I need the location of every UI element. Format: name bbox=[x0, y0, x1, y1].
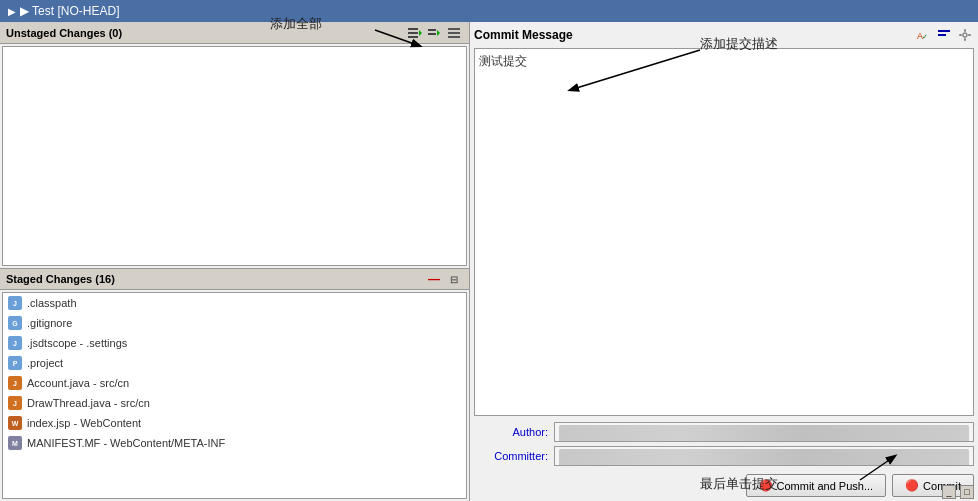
file-icon: J bbox=[7, 375, 23, 391]
bottom-buttons: 🔴 Commit and Push... 🔴 Commit bbox=[474, 474, 974, 497]
file-name: MANIFEST.MF - WebContent/META-INF bbox=[27, 437, 225, 449]
commit-msg-label: Commit Message bbox=[474, 28, 573, 42]
svg-point-14 bbox=[963, 33, 967, 37]
menu-button[interactable] bbox=[445, 24, 463, 42]
svg-rect-17 bbox=[959, 34, 962, 36]
main-layout: Unstaged Changes (0) bbox=[0, 22, 978, 501]
commit-push-label: Commit and Push... bbox=[777, 480, 874, 492]
svg-marker-6 bbox=[437, 30, 440, 36]
add-selected-button[interactable] bbox=[425, 24, 443, 42]
unstaged-area bbox=[2, 46, 467, 266]
list-item[interactable]: J .jsdtscope - .settings bbox=[3, 333, 466, 353]
title-text: ▶ Test [NO-HEAD] bbox=[20, 4, 119, 18]
list-item[interactable]: J Account.java - src/cn bbox=[3, 373, 466, 393]
author-label: Author: bbox=[474, 426, 554, 438]
author-value[interactable] bbox=[554, 422, 974, 442]
window-chrome: _ □ bbox=[942, 485, 974, 499]
svg-rect-16 bbox=[964, 38, 966, 41]
file-name: .jsdtscope - .settings bbox=[27, 337, 127, 349]
file-icon: P bbox=[7, 355, 23, 371]
commit-and-push-button[interactable]: 🔴 Commit and Push... bbox=[746, 474, 887, 497]
staged-section: Staged Changes (16) — ⊟ J .classpath bbox=[0, 268, 469, 501]
svg-rect-18 bbox=[968, 34, 971, 36]
title-bar: ▶ ▶ Test [NO-HEAD] bbox=[0, 0, 978, 22]
left-panel: Unstaged Changes (0) bbox=[0, 22, 470, 501]
svg-rect-12 bbox=[938, 30, 950, 32]
file-name: .gitignore bbox=[27, 317, 72, 329]
commit-push-icon: 🔴 bbox=[759, 479, 773, 492]
commit-message-input[interactable]: 测试提交 bbox=[474, 48, 974, 416]
add-all-button[interactable] bbox=[405, 24, 423, 42]
file-name: DrawThread.java - src/cn bbox=[27, 397, 150, 409]
committer-blurred bbox=[559, 449, 969, 466]
svg-rect-13 bbox=[938, 34, 946, 36]
file-icon: W bbox=[7, 415, 23, 431]
list-item[interactable]: J .classpath bbox=[3, 293, 466, 313]
collapse-staged-button[interactable]: ⊟ bbox=[445, 270, 463, 288]
commit-icon: 🔴 bbox=[905, 479, 919, 492]
file-icon: J bbox=[7, 335, 23, 351]
commit-msg-icons: A ✓ bbox=[914, 26, 974, 44]
right-panel: Commit Message A ✓ bbox=[470, 22, 978, 501]
list-item[interactable]: J DrawThread.java - src/cn bbox=[3, 393, 466, 413]
list-item[interactable]: M MANIFEST.MF - WebContent/META-INF bbox=[3, 433, 466, 453]
commit-msg-header: Commit Message A ✓ bbox=[474, 26, 974, 44]
svg-text:✓: ✓ bbox=[922, 33, 928, 40]
staged-icons: — ⊟ bbox=[425, 270, 463, 288]
file-icon: J bbox=[7, 295, 23, 311]
author-row: Author: bbox=[474, 422, 974, 442]
svg-rect-1 bbox=[408, 32, 418, 34]
svg-rect-9 bbox=[448, 36, 460, 38]
file-icon: G bbox=[7, 315, 23, 331]
back-arrow-icon: ▶ bbox=[8, 6, 16, 17]
staged-header: Staged Changes (16) — ⊟ bbox=[0, 268, 469, 290]
svg-rect-0 bbox=[408, 28, 418, 30]
svg-rect-7 bbox=[448, 28, 460, 30]
remove-staged-button[interactable]: — bbox=[425, 270, 443, 288]
svg-rect-8 bbox=[448, 32, 460, 34]
staged-label: Staged Changes (16) bbox=[6, 273, 115, 285]
author-blurred bbox=[559, 425, 969, 442]
svg-marker-3 bbox=[419, 30, 422, 36]
staged-list-container[interactable]: J .classpath G .gitignore J .jsdtscope -… bbox=[2, 292, 467, 499]
file-name: index.jsp - WebContent bbox=[27, 417, 141, 429]
svg-rect-4 bbox=[428, 29, 436, 31]
file-icon: M bbox=[7, 435, 23, 451]
format-icon[interactable] bbox=[935, 26, 953, 44]
unstaged-label: Unstaged Changes (0) bbox=[6, 27, 122, 39]
file-icon: J bbox=[7, 395, 23, 411]
unstaged-header: Unstaged Changes (0) bbox=[0, 22, 469, 44]
minus-icon: — bbox=[428, 272, 440, 286]
file-name: .classpath bbox=[27, 297, 77, 309]
file-name: Account.java - src/cn bbox=[27, 377, 129, 389]
unstaged-icons bbox=[405, 24, 463, 42]
minimize-button[interactable]: _ bbox=[942, 485, 956, 499]
staged-files-list: J .classpath G .gitignore J .jsdtscope -… bbox=[3, 293, 466, 453]
committer-label: Committer: bbox=[474, 450, 554, 462]
committer-value[interactable] bbox=[554, 446, 974, 466]
list-item[interactable]: G .gitignore bbox=[3, 313, 466, 333]
file-name: .project bbox=[27, 357, 63, 369]
list-item[interactable]: P .project bbox=[3, 353, 466, 373]
svg-rect-15 bbox=[964, 29, 966, 32]
svg-rect-5 bbox=[428, 33, 436, 35]
svg-rect-2 bbox=[408, 36, 418, 38]
maximize-button[interactable]: □ bbox=[960, 485, 974, 499]
spell-check-icon[interactable]: A ✓ bbox=[914, 26, 932, 44]
collapse-icon: ⊟ bbox=[450, 274, 458, 285]
settings-icon[interactable] bbox=[956, 26, 974, 44]
committer-row: Committer: bbox=[474, 446, 974, 466]
list-item[interactable]: W index.jsp - WebContent bbox=[3, 413, 466, 433]
